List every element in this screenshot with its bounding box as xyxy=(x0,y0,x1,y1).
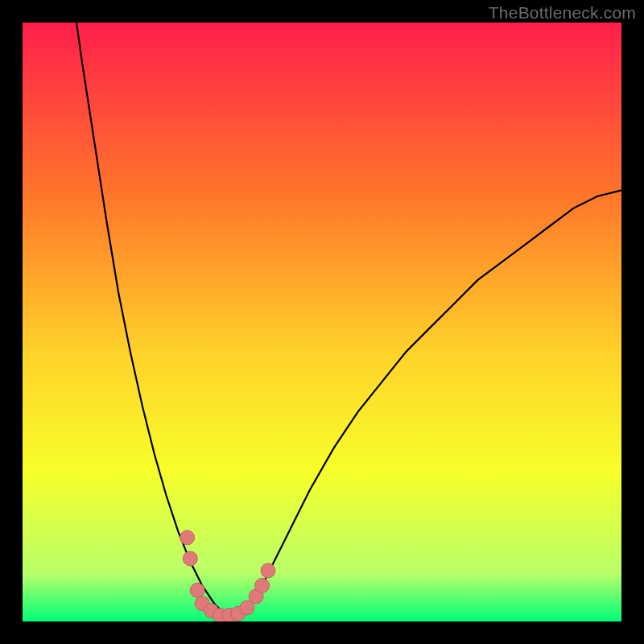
bottleneck-chart xyxy=(23,23,621,621)
marker-point xyxy=(190,583,204,597)
watermark-text: TheBottleneck.com xyxy=(489,3,636,23)
chart-frame xyxy=(23,23,621,621)
marker-point xyxy=(180,530,195,545)
marker-point xyxy=(183,551,197,566)
marker-point xyxy=(261,564,275,578)
marker-point xyxy=(255,578,270,592)
gradient-background xyxy=(23,23,621,621)
